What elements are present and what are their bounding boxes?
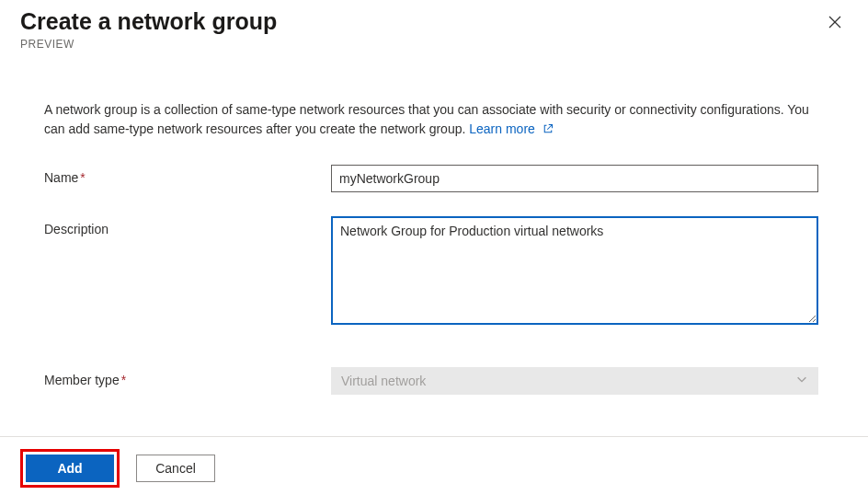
- external-link-icon: [542, 121, 554, 139]
- close-button[interactable]: [822, 9, 848, 38]
- cancel-button[interactable]: Cancel: [136, 455, 215, 482]
- member-type-label: Member type*: [44, 367, 331, 387]
- member-type-value: Virtual network: [341, 374, 426, 388]
- footer-separator: [0, 436, 868, 437]
- member-type-select: Virtual network: [331, 367, 818, 395]
- name-input[interactable]: [331, 165, 818, 192]
- learn-more-link[interactable]: Learn more: [469, 121, 553, 136]
- learn-more-label: Learn more: [469, 121, 535, 136]
- name-label: Name*: [44, 165, 331, 185]
- close-icon: [828, 15, 842, 33]
- chevron-down-icon: [795, 373, 808, 388]
- panel-title: Create a network group: [20, 7, 277, 36]
- required-asterisk: *: [121, 373, 126, 387]
- panel-subtitle: PREVIEW: [20, 38, 277, 51]
- required-asterisk: *: [80, 170, 85, 185]
- add-button[interactable]: Add: [26, 455, 114, 482]
- description-label: Description: [44, 216, 331, 236]
- description-input[interactable]: [331, 216, 818, 325]
- add-button-highlight: Add: [20, 449, 120, 488]
- intro-paragraph: A network group is a collection of same-…: [44, 102, 809, 135]
- intro-text: A network group is a collection of same-…: [44, 100, 824, 139]
